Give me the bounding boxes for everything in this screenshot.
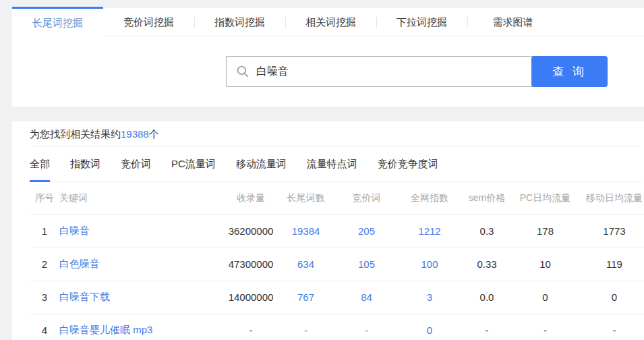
keyword-link[interactable]: 白噪音	[59, 225, 90, 236]
tab-demand-graph[interactable]: 需求图谱	[467, 8, 558, 36]
result-count-prefix: 为您找到相关结果约	[30, 128, 121, 140]
cell-bid-words[interactable]: -	[334, 314, 399, 340]
cell-longtail-count[interactable]: 634	[277, 248, 334, 281]
top-panel: 长尾词挖掘 竞价词挖掘 指数词挖掘 相关词挖掘 下拉词挖掘 需求图谱 查 询	[12, 8, 644, 107]
cell-bid-words[interactable]: 105	[334, 248, 399, 281]
cell-longtail-count[interactable]: -	[277, 314, 334, 340]
keyword-table: 序号 关键词 收录量 长尾词数 竞价词 全网指数 sem价格 PC日均流量 移动…	[30, 182, 644, 340]
cell-sem-price: 0.0	[461, 281, 513, 314]
cell-pc-daily-traffic: 178	[513, 215, 577, 248]
cell-sem-price: -	[461, 314, 513, 340]
cell-mobile-daily-traffic: 119	[577, 248, 644, 281]
col-header-pc-daily-traffic: PC日均流量	[513, 182, 577, 215]
keyword-link[interactable]: 白噪音婴儿催眠 mp3	[59, 324, 152, 335]
col-header-sem-price: sem价格	[461, 182, 513, 215]
cell-pc-daily-traffic: -	[513, 314, 577, 340]
results-panel: 为您找到相关结果约19388个 全部 指数词 竞价词 PC流量词 移动流量词 流…	[12, 121, 644, 340]
filter-tab-bid-competition-words[interactable]: 竞价竞争度词	[378, 146, 438, 181]
table-row: 3 白噪音下载 14000000 767 84 3 0.0 0 0	[30, 281, 644, 314]
cell-bid-words[interactable]: 205	[334, 215, 399, 248]
table-row: 1 白噪音 36200000 19384 205 1212 0.3 178 17…	[30, 215, 644, 248]
search-box[interactable]	[226, 56, 533, 87]
table-header-row: 序号 关键词 收录量 长尾词数 竞价词 全网指数 sem价格 PC日均流量 移动…	[30, 182, 644, 215]
cell-indexed-pages: 47300000	[225, 248, 277, 281]
col-header-whole-net-index: 全网指数	[399, 182, 461, 215]
col-header-index: 序号	[30, 182, 59, 215]
cell-longtail-count[interactable]: 767	[277, 281, 334, 314]
tab-bid-word-mining[interactable]: 竞价词挖掘	[103, 8, 194, 36]
result-count: 为您找到相关结果约19388个	[30, 121, 642, 146]
query-button[interactable]: 查 询	[531, 56, 608, 87]
cell-pc-daily-traffic: 0	[513, 281, 577, 314]
table-row: 4 白噪音婴儿催眠 mp3 - - - 0 - - -	[30, 314, 644, 340]
cell-mobile-daily-traffic: 1773	[577, 215, 644, 248]
cell-sem-price: 0.3	[461, 215, 513, 248]
result-count-number: 19388	[121, 128, 149, 140]
col-header-mobile-daily-traffic: 移动日均流量	[577, 182, 644, 215]
col-header-bid-words: 竞价词	[334, 182, 399, 215]
tab-dropdown-word-mining[interactable]: 下拉词挖掘	[376, 8, 467, 36]
row-index: 2	[30, 248, 59, 281]
tab-related-word-mining[interactable]: 相关词挖掘	[285, 8, 376, 36]
filter-tab-bar: 全部 指数词 竞价词 PC流量词 移动流量词 流量特点词 竞价竞争度词	[30, 146, 642, 182]
row-index: 1	[30, 215, 59, 248]
tab-index-word-mining[interactable]: 指数词挖掘	[194, 8, 285, 36]
tab-longtail-mining[interactable]: 长尾词挖掘	[12, 7, 103, 37]
filter-tab-all[interactable]: 全部	[30, 146, 50, 181]
filter-tab-index-words[interactable]: 指数词	[70, 146, 100, 181]
cell-mobile-daily-traffic: -	[577, 314, 644, 340]
cell-whole-net-index[interactable]: 0	[399, 314, 461, 340]
filter-tab-pc-traffic-words[interactable]: PC流量词	[171, 146, 216, 181]
filter-tab-traffic-feature-words[interactable]: 流量特点词	[307, 146, 357, 181]
cell-pc-daily-traffic: 10	[513, 248, 577, 281]
cell-indexed-pages: 36200000	[225, 215, 277, 248]
search-bar: 查 询	[226, 56, 608, 87]
main-tab-bar: 竞价词挖掘 指数词挖掘 相关词挖掘 下拉词挖掘 需求图谱	[12, 8, 644, 36]
row-index: 4	[30, 314, 59, 340]
cell-longtail-count[interactable]: 19384	[277, 215, 334, 248]
result-count-suffix: 个	[149, 128, 159, 140]
row-index: 3	[30, 281, 59, 314]
keyword-link[interactable]: 白噪音下载	[59, 291, 110, 302]
magnifier-icon	[236, 65, 250, 78]
table-row: 2 白色噪音 47300000 634 105 100 0.33 10 119	[30, 248, 644, 281]
cell-whole-net-index[interactable]: 100	[399, 248, 461, 281]
filter-tab-bid-words[interactable]: 竞价词	[121, 146, 151, 181]
col-header-longtail-count: 长尾词数	[277, 182, 334, 215]
col-header-keyword: 关键词	[59, 182, 225, 215]
cell-whole-net-index[interactable]: 3	[399, 281, 461, 314]
cell-bid-words[interactable]: 84	[334, 281, 399, 314]
col-header-indexed-pages: 收录量	[225, 182, 277, 215]
cell-sem-price: 0.33	[461, 248, 513, 281]
cell-indexed-pages: -	[225, 314, 277, 340]
filter-tab-mobile-traffic-words[interactable]: 移动流量词	[236, 146, 287, 181]
keyword-search-input[interactable]	[256, 58, 533, 85]
cell-whole-net-index[interactable]: 1212	[399, 215, 461, 248]
cell-mobile-daily-traffic: 0	[577, 281, 644, 314]
keyword-link[interactable]: 白色噪音	[59, 258, 100, 269]
cell-indexed-pages: 14000000	[225, 281, 277, 314]
